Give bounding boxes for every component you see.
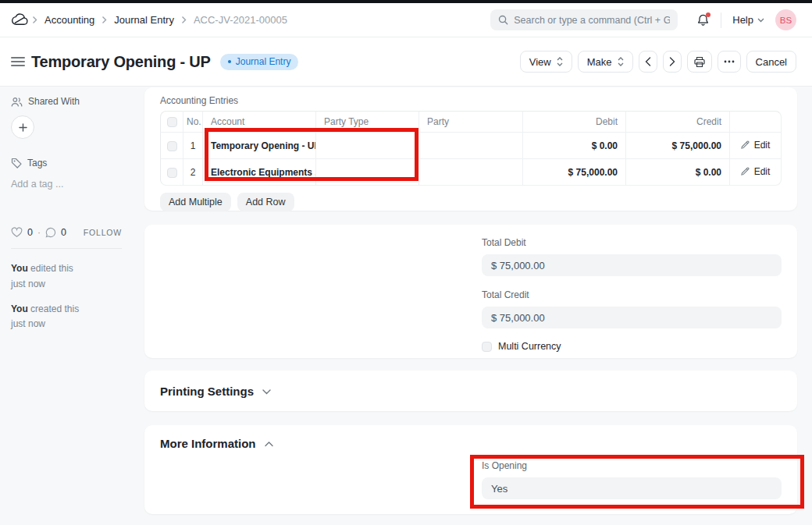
divider bbox=[721, 12, 721, 28]
edit-row-button[interactable]: Edit bbox=[741, 140, 771, 151]
shared-with-label: Shared With bbox=[28, 96, 80, 107]
global-search[interactable] bbox=[490, 9, 678, 30]
tags-label: Tags bbox=[27, 158, 47, 168]
party-cell[interactable] bbox=[419, 159, 523, 186]
chevron-right-icon bbox=[181, 16, 187, 24]
breadcrumb-item-accounting[interactable]: Accounting bbox=[45, 14, 94, 26]
print-button[interactable] bbox=[687, 51, 712, 73]
chevron-down-icon bbox=[262, 389, 271, 395]
accounting-entries-card: Accounting Entries No. Account Party Typ… bbox=[144, 87, 797, 211]
follow-button[interactable]: FOLLOW bbox=[84, 228, 122, 237]
chevron-up-icon bbox=[265, 442, 273, 447]
is-opening-label: Is Opening bbox=[482, 460, 782, 471]
activity-actor: You bbox=[11, 303, 28, 314]
view-button[interactable]: View bbox=[520, 51, 572, 73]
help-label: Help bbox=[732, 14, 753, 26]
tag-icon bbox=[11, 158, 22, 168]
select-all-checkbox[interactable] bbox=[167, 117, 177, 127]
add-share-button[interactable] bbox=[11, 115, 34, 139]
activity-time: just now bbox=[11, 278, 45, 289]
column-header-debit: Debit bbox=[523, 111, 626, 133]
make-label: Make bbox=[587, 56, 612, 68]
add-tag-input[interactable]: Add a tag ... bbox=[11, 179, 122, 190]
menu-hamburger-icon[interactable] bbox=[11, 57, 25, 66]
chevron-right-icon bbox=[102, 16, 107, 24]
chevron-down-icon bbox=[757, 18, 764, 23]
credit-cell[interactable]: $ 75,000.00 bbox=[626, 133, 730, 159]
search-input[interactable] bbox=[514, 15, 670, 26]
activity-time: just now bbox=[11, 318, 45, 329]
add-row-button[interactable]: Add Row bbox=[237, 193, 294, 211]
printing-settings-toggle[interactable]: Printing Settings bbox=[160, 385, 271, 398]
party-cell[interactable] bbox=[419, 133, 523, 159]
printing-settings-card: Printing Settings bbox=[144, 371, 797, 411]
party-type-cell[interactable] bbox=[316, 159, 419, 186]
more-information-title: More Information bbox=[160, 437, 256, 450]
comment-count: 0 bbox=[61, 227, 66, 238]
user-avatar[interactable]: BS bbox=[775, 9, 796, 30]
table-row: 2 Electronic Equipments ... $ 75,000.00 … bbox=[160, 159, 782, 186]
more-information-toggle[interactable]: More Information bbox=[160, 437, 782, 450]
view-label: View bbox=[529, 56, 551, 68]
cancel-button[interactable]: Cancel bbox=[746, 51, 796, 73]
prev-document-button[interactable] bbox=[639, 51, 657, 73]
party-type-cell[interactable] bbox=[316, 133, 419, 159]
multi-currency-label: Multi Currency bbox=[498, 341, 561, 352]
plus-icon bbox=[19, 123, 27, 132]
next-document-button[interactable] bbox=[663, 51, 682, 73]
form-sidebar: Shared With Tags Add a tag ... 0 · 0 FOL… bbox=[0, 87, 133, 525]
page-header: Temporary Opening - UP Journal Entry Vie… bbox=[0, 37, 812, 87]
breadcrumb-item-journal-entry[interactable]: Journal Entry bbox=[114, 14, 174, 26]
edit-label: Edit bbox=[754, 166, 771, 177]
more-actions-button[interactable] bbox=[718, 51, 741, 73]
search-icon bbox=[498, 15, 508, 25]
badge-label: Journal Entry bbox=[236, 56, 291, 67]
debit-cell[interactable]: $ 75,000.00 bbox=[523, 159, 626, 186]
form-body: Accounting Entries No. Account Party Typ… bbox=[144, 87, 797, 514]
printer-icon bbox=[693, 56, 706, 68]
tags-section: Tags bbox=[11, 158, 122, 168]
table-row: 1 Temporary Opening - UP $ 0.00 $ 75,000… bbox=[160, 133, 782, 159]
notifications-bell-icon[interactable] bbox=[696, 13, 710, 27]
activity-action: edited this bbox=[28, 263, 73, 274]
total-debit-label: Total Debit bbox=[482, 237, 782, 248]
row-checkbox[interactable] bbox=[167, 141, 177, 151]
frappe-cloud-logo-icon[interactable] bbox=[11, 13, 29, 27]
breadcrumb: Accounting Journal Entry ACC-JV-2021-000… bbox=[32, 14, 287, 26]
totals-card: Total Debit $ 75,000.00 Total Credit $ 7… bbox=[144, 225, 797, 358]
add-multiple-button[interactable]: Add Multiple bbox=[160, 193, 231, 211]
more-information-card: More Information Is Opening Yes bbox=[144, 425, 797, 514]
doc-status-badge: Journal Entry bbox=[220, 54, 299, 70]
heart-icon[interactable] bbox=[11, 227, 23, 238]
navbar: Accounting Journal Entry ACC-JV-2021-000… bbox=[0, 3, 812, 37]
ellipsis-icon bbox=[724, 60, 735, 63]
is-opening-select[interactable]: Yes bbox=[482, 477, 782, 499]
total-credit-label: Total Credit bbox=[482, 289, 782, 300]
like-count: 0 bbox=[27, 227, 33, 238]
row-number: 1 bbox=[183, 133, 203, 159]
shared-with-section: Shared With bbox=[11, 96, 122, 107]
page-title: Temporary Opening - UP bbox=[31, 53, 211, 71]
content-area: Shared With Tags Add a tag ... 0 · 0 FOL… bbox=[0, 87, 812, 525]
comment-icon[interactable] bbox=[45, 227, 56, 238]
column-header-credit: Credit bbox=[626, 111, 730, 133]
pencil-icon bbox=[741, 167, 750, 176]
multi-currency-checkbox[interactable] bbox=[482, 342, 492, 352]
column-header-no: No. bbox=[183, 111, 203, 133]
debit-cell[interactable]: $ 0.00 bbox=[523, 133, 626, 159]
pencil-icon bbox=[741, 140, 750, 149]
entries-table: No. Account Party Type Party Debit Credi… bbox=[160, 111, 782, 186]
make-button[interactable]: Make bbox=[578, 51, 633, 73]
divider bbox=[11, 248, 122, 249]
printing-settings-title: Printing Settings bbox=[160, 385, 254, 398]
account-cell[interactable]: Temporary Opening - UP bbox=[203, 133, 316, 159]
help-menu[interactable]: Help bbox=[732, 14, 764, 26]
total-debit-field: $ 75,000.00 bbox=[482, 254, 782, 276]
account-cell[interactable]: Electronic Equipments ... bbox=[203, 159, 316, 186]
credit-cell[interactable]: $ 0.00 bbox=[626, 159, 730, 186]
grid-section-label: Accounting Entries bbox=[160, 95, 782, 106]
row-checkbox[interactable] bbox=[167, 168, 177, 178]
edit-row-button[interactable]: Edit bbox=[741, 166, 771, 177]
activity-entry: You edited this just now bbox=[11, 261, 122, 293]
badge-dot-icon bbox=[228, 60, 231, 63]
